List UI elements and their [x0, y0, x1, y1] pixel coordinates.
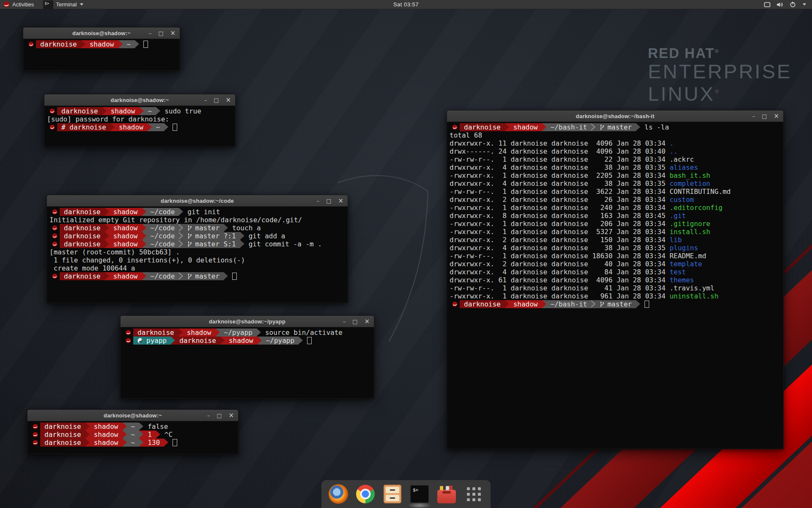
terminal-content[interactable]: darknoiseshadow~/codegit initInitialized…: [47, 207, 348, 303]
terminal-text-line: drwxrwxr-x. 2 darknoise darknoise 40 Jan…: [450, 260, 783, 268]
terminal-text: [master (root-commit) 50bcb63] .: [49, 248, 180, 256]
terminal-window-t1[interactable]: darknoise@shadow:~–□×darknoiseshadow~: [23, 27, 180, 71]
redhat-icon: [52, 233, 58, 239]
prompt-segment-path: ~: [127, 422, 140, 431]
wallpaper-arc: [389, 191, 428, 341]
dock-item-terminal[interactable]: $>: [409, 484, 430, 504]
git-branch-icon: [600, 124, 604, 130]
terminal-content[interactable]: darknoiseshadow~/pyappsource bin/activat…: [121, 327, 374, 398]
close-button[interactable]: ×: [228, 412, 234, 419]
terminal-window-t3[interactable]: darknoise@shadow:~/code–□×darknoiseshado…: [47, 195, 348, 303]
terminal-content[interactable]: darknoiseshadow~/bash-itmasterls -latota…: [447, 122, 783, 449]
powerline-separator: [105, 240, 109, 248]
terminal-text: -rwxrwxr-x. 1 darknoise darknoise 206 Ja…: [450, 220, 669, 228]
prompt-line: darknoiseshadow~1^C: [30, 431, 238, 439]
terminal-text: README.md: [669, 252, 706, 260]
git-branch-icon: [187, 225, 192, 231]
window-titlebar[interactable]: darknoise@shadow:~–□×: [27, 410, 238, 421]
terminal-text: .editorconfig: [669, 204, 722, 212]
window-controls: –□×: [204, 94, 231, 105]
minimize-button[interactable]: –: [204, 97, 207, 103]
close-button[interactable]: ×: [170, 30, 176, 36]
dock-item-chrome[interactable]: [355, 484, 376, 504]
close-button[interactable]: ×: [338, 198, 343, 204]
close-button[interactable]: ×: [774, 113, 779, 119]
git-branch-icon: [187, 225, 192, 231]
powerline-separator: [179, 232, 183, 240]
dock: $>: [321, 480, 491, 508]
close-button[interactable]: ×: [225, 97, 231, 103]
terminal-window-t2[interactable]: darknoise@shadow:~–□×darknoiseshadow~sud…: [44, 94, 236, 147]
terminal-content[interactable]: darknoiseshadow~falsedarknoiseshadow~1^C…: [27, 421, 238, 454]
redhat-icon: [452, 301, 458, 307]
powerline-separator: [123, 439, 127, 447]
minimize-button[interactable]: –: [207, 413, 210, 418]
terminal-text: 1 file changed, 0 insertions(+), 0 delet…: [49, 256, 245, 264]
prompt-segment-host: shadow: [90, 439, 123, 447]
terminal-content[interactable]: darknoiseshadow~: [23, 39, 180, 70]
prompt-segment-user: darknoise: [133, 329, 178, 337]
prompt-segment-user: darknoise: [60, 272, 105, 280]
window-controls: –□×: [317, 195, 343, 206]
activities-button[interactable]: Activities: [0, 0, 39, 9]
clock[interactable]: Sat 03:57: [393, 1, 419, 8]
terminal-text: template: [669, 260, 702, 268]
terminal-content[interactable]: darknoiseshadow~sudo true[sudo] password…: [44, 106, 235, 146]
terminal-text-line: -rwxrwxr-x. 1 darknoise darknoise 961 Ja…: [450, 292, 783, 300]
dock-item-files[interactable]: [382, 484, 403, 504]
terminal-text-line: drwxrwxr-x. 4 darknoise darknoise 38 Jan…: [450, 163, 783, 171]
prompt-line: darknoiseshadow~/codemaster ?:1git add a: [49, 232, 348, 240]
activities-label: Activities: [12, 1, 34, 8]
maximize-button[interactable]: □: [352, 319, 357, 324]
close-button[interactable]: ×: [364, 318, 370, 325]
window-titlebar[interactable]: darknoise@shadow:~–□×: [23, 28, 180, 39]
terminal-cursor: [173, 124, 177, 131]
maximize-button[interactable]: □: [762, 113, 767, 119]
terminal-text-line: -rw-rw-r--. 1 darknoise darknoise 22 Jan…: [450, 155, 783, 163]
maximize-button[interactable]: □: [326, 198, 331, 204]
terminal-cursor: [307, 337, 312, 344]
brand-line-enterprise: ENTERPRISE: [648, 61, 792, 82]
terminal-window-t6[interactable]: darknoise@shadow:~/bash-it–□×darknoisesh…: [447, 110, 784, 449]
minimize-button[interactable]: –: [317, 198, 320, 204]
powerline-separator: [179, 240, 183, 248]
window-titlebar[interactable]: darknoise@shadow:~/code–□×: [47, 195, 348, 207]
redhat-icon: [52, 209, 58, 215]
minimize-button[interactable]: –: [149, 30, 152, 36]
prompt-segment-host: shadow: [109, 232, 142, 240]
terminal-window-t4[interactable]: darknoise@shadow:~/pyapp–□×darknoiseshad…: [120, 315, 374, 399]
prompt-segment-path: ~/pyapp: [262, 337, 299, 345]
terminal-window-t5[interactable]: darknoise@shadow:~–□×darknoiseshadow~fal…: [27, 409, 239, 454]
powerline-separator: [148, 123, 152, 131]
app-menu-terminal[interactable]: $> Terminal: [39, 0, 88, 9]
prompt-segment-user: # darknoise: [57, 123, 110, 131]
status-area[interactable]: [764, 0, 812, 9]
powerline-separator: [142, 240, 146, 248]
prompt-line: pyappdarknoiseshadow~/pyapp: [123, 337, 374, 345]
dock-item-toolbox[interactable]: [436, 484, 457, 504]
window-titlebar[interactable]: darknoise@shadow:~/bash-it–□×: [447, 110, 783, 122]
maximize-button[interactable]: □: [214, 97, 219, 103]
window-title: darknoise@shadow:~: [104, 412, 162, 419]
terminal-cursor: [645, 301, 649, 308]
prompt-segment-path: ~: [144, 107, 156, 115]
maximize-button[interactable]: □: [217, 413, 222, 418]
terminal-text-line: 1 file changed, 0 insertions(+), 0 delet…: [49, 256, 348, 264]
prompt-segment-user: darknoise: [460, 123, 505, 131]
prompt-command: git commit -a -m .: [249, 240, 322, 248]
maximize-button[interactable]: □: [158, 30, 163, 36]
prompt-segment-host: shadow: [115, 123, 148, 131]
git-branch-icon: [187, 233, 192, 239]
minimize-button[interactable]: –: [752, 113, 755, 119]
powerline-separator: [542, 300, 546, 308]
prompt-segment-host: shadow: [109, 208, 142, 216]
terminal-text: custom: [669, 196, 694, 204]
window-titlebar[interactable]: darknoise@shadow:~/pyapp–□×: [121, 316, 374, 327]
dock-item-app-grid[interactable]: [464, 484, 484, 504]
powerline-separator: [258, 337, 262, 345]
dock-item-firefox[interactable]: [328, 484, 348, 504]
prompt-segment-user: darknoise: [60, 240, 105, 248]
redhat-icon: [452, 124, 458, 130]
window-titlebar[interactable]: darknoise@shadow:~–□×: [44, 94, 235, 106]
minimize-button[interactable]: –: [343, 319, 346, 324]
